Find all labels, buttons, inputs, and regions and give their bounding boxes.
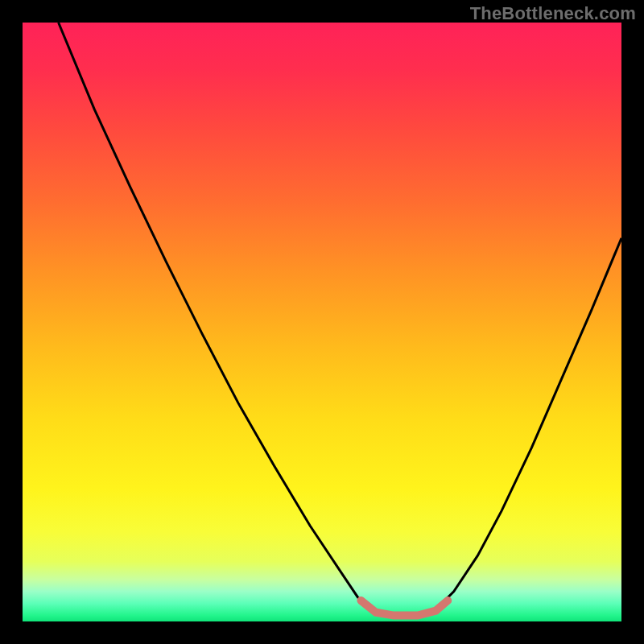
chart-frame: TheBottleneck.com: [0, 0, 644, 644]
watermark-text: TheBottleneck.com: [470, 3, 636, 24]
main-curve: [59, 23, 621, 616]
plot-area: [23, 23, 621, 621]
bottom-highlight: [361, 601, 448, 616]
curve-layer: [23, 23, 621, 621]
